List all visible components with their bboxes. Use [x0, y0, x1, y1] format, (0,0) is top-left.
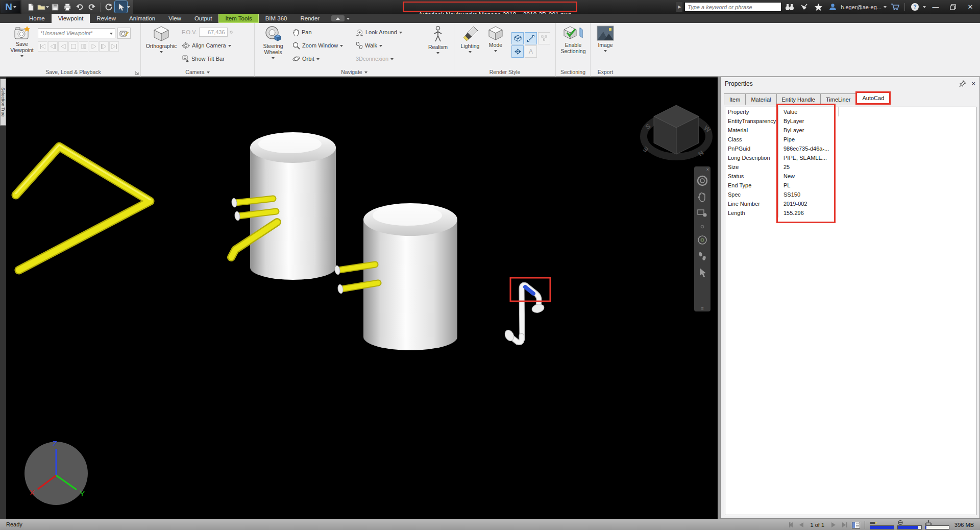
play-backward-button[interactable]	[58, 41, 68, 52]
tab-render[interactable]: Render	[293, 14, 326, 23]
properties-close-icon[interactable]: ×	[971, 81, 975, 87]
toolbar-overflow-icon[interactable]	[127, 6, 130, 10]
points-toggle-button[interactable]	[538, 32, 550, 44]
search-button[interactable]	[783, 2, 796, 13]
dialog-launcher-icon[interactable]	[135, 70, 139, 75]
new-file-button[interactable]	[24, 1, 37, 13]
viewpoint-combobox[interactable]: *Unsaved Viewpoint*	[38, 28, 115, 38]
steering-wheels-button[interactable]: Steering Wheels	[258, 24, 288, 66]
tank-cylinder-1[interactable]	[250, 132, 336, 280]
lighting-button[interactable]: Lighting	[457, 24, 483, 66]
chevron-down-icon[interactable]	[884, 6, 887, 10]
realism-button[interactable]: Realism	[424, 24, 452, 66]
3dconnexion-button[interactable]: 3Dconnexion	[356, 53, 394, 64]
navbar-close-icon[interactable]: ×	[706, 167, 709, 172]
print-button[interactable]	[61, 1, 74, 13]
sign-in-button[interactable]	[826, 2, 839, 13]
navbar-more-icon[interactable]: ≡	[701, 306, 703, 311]
walk-button[interactable]: Walk	[356, 40, 382, 51]
props-tab-item[interactable]: Item	[724, 93, 746, 105]
align-camera-button[interactable]: Align Camera	[182, 40, 231, 51]
save-button[interactable]	[49, 1, 61, 13]
table-row[interactable]: Size25	[725, 162, 976, 172]
first-sheet-button[interactable]	[786, 521, 794, 529]
navbar-pan-button[interactable]	[696, 189, 709, 205]
zoom-window-button[interactable]: Zoom Window	[292, 40, 343, 51]
open-file-button[interactable]	[37, 1, 49, 13]
yellow-pipe-run[interactable]	[16, 145, 150, 270]
favorites-button[interactable]	[812, 2, 824, 13]
pin-icon[interactable]	[959, 80, 966, 87]
properties-titlebar[interactable]: Properties ×	[721, 77, 979, 90]
tab-item-tools[interactable]: Item Tools	[218, 14, 258, 23]
tab-output[interactable]: Output	[188, 14, 219, 23]
communication-center-button[interactable]	[798, 2, 810, 13]
enable-sectioning-button[interactable]: Enable Sectioning	[557, 24, 590, 66]
app-store-button[interactable]	[889, 2, 901, 13]
props-tab-entity-handle[interactable]: Entity Handle	[776, 93, 821, 105]
full-render-toggle-button[interactable]	[511, 45, 524, 58]
help-button[interactable]: ?	[909, 2, 921, 13]
table-row[interactable]: ClassPipe	[725, 135, 976, 144]
play-button[interactable]	[89, 41, 99, 52]
navbar-select-button[interactable]	[696, 265, 709, 280]
select-tool-button[interactable]	[115, 1, 127, 13]
navbar-steering-wheel-button[interactable]	[696, 173, 709, 188]
chevron-down-icon[interactable]	[347, 18, 350, 21]
edit-viewpoint-button[interactable]	[117, 28, 131, 39]
look-around-button[interactable]: Look Around	[356, 27, 402, 38]
text-toggle-button[interactable]: A	[525, 45, 537, 58]
table-row[interactable]: StatusNew	[725, 172, 976, 181]
table-row[interactable]: MaterialByLayer	[725, 126, 976, 135]
navbar-look-around-button[interactable]	[696, 232, 709, 248]
table-row[interactable]: EntityTransparencyByLayer	[725, 116, 976, 126]
value-column-header[interactable]: Value	[778, 107, 839, 116]
orthographic-button[interactable]: Orthographic	[145, 24, 178, 66]
tab-review[interactable]: Review	[90, 14, 122, 23]
orbit-button[interactable]: Orbit	[292, 53, 320, 64]
tab-viewpoint[interactable]: Viewpoint	[52, 14, 90, 23]
selected-white-pipe[interactable]	[503, 285, 545, 342]
previous-sheet-button[interactable]	[797, 521, 805, 529]
refresh-button[interactable]	[103, 1, 115, 13]
viewcube[interactable]: S W E N	[641, 105, 712, 158]
export-image-button[interactable]: Image	[593, 24, 618, 66]
search-input[interactable]	[684, 2, 781, 12]
step-back-button[interactable]	[48, 41, 58, 52]
next-sheet-button[interactable]	[829, 521, 838, 529]
navbar-walk-button[interactable]	[696, 249, 709, 264]
mode-button[interactable]: Mode	[484, 24, 507, 66]
application-menu-button[interactable]: N	[1, 1, 20, 13]
search-expand-button[interactable]: ▶	[676, 2, 682, 12]
fov-field[interactable]: 67,436	[199, 28, 228, 37]
tab-view[interactable]: View	[162, 14, 188, 23]
surfaces-toggle-button[interactable]	[511, 32, 524, 44]
tab-home[interactable]: Home	[22, 14, 52, 23]
redo-button[interactable]	[86, 1, 98, 13]
table-row[interactable]: Line Number2019-002	[725, 199, 976, 208]
skip-to-end-button[interactable]	[109, 41, 119, 52]
props-tab-material[interactable]: Material	[745, 93, 776, 105]
table-row[interactable]: SpecSS150	[725, 190, 976, 199]
undo-button[interactable]	[74, 1, 86, 13]
signed-in-user[interactable]: h.eger@ae-eg...	[841, 4, 881, 10]
selection-tree-tab[interactable]: Selection Tree	[0, 79, 6, 126]
skip-to-start-button[interactable]	[38, 41, 47, 52]
pan-button[interactable]: Pan	[292, 27, 312, 38]
close-button[interactable]: ✕	[963, 1, 978, 13]
table-row[interactable]: End TypePL	[725, 181, 976, 190]
table-row[interactable]: Long DescriptionPIPE, SEAMLE...	[725, 153, 976, 162]
table-row[interactable]: Length155.296	[725, 208, 976, 218]
tab-animation[interactable]: Animation	[122, 14, 162, 23]
navbar-orbit-button[interactable]	[696, 222, 709, 231]
pause-button[interactable]	[79, 41, 88, 52]
navbar-zoom-button[interactable]	[696, 206, 709, 221]
lines-toggle-button[interactable]	[525, 32, 537, 44]
chevron-down-icon[interactable]	[923, 6, 926, 10]
tab-bim360[interactable]: BIM 360	[259, 14, 294, 23]
restore-button[interactable]	[945, 1, 961, 13]
property-column-header[interactable]: Property	[725, 109, 778, 115]
props-tab-autocad[interactable]: AutoCad	[855, 91, 891, 105]
viewport-3d[interactable]: S W E N Z X Y	[6, 78, 718, 519]
stop-button[interactable]	[68, 41, 78, 52]
